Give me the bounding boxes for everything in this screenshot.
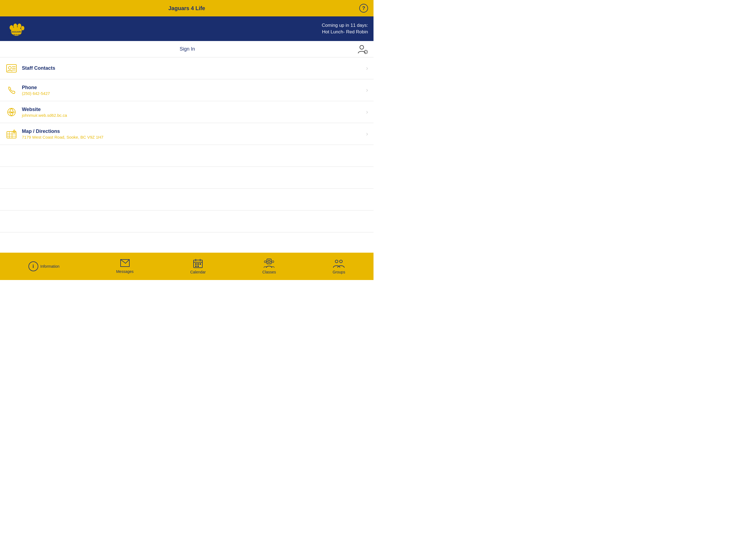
signin-bar[interactable]: Sign In [0, 41, 374, 57]
nav-information[interactable]: i Information [28, 261, 60, 271]
svg-point-45 [340, 260, 342, 263]
chevron-icon: › [366, 130, 368, 137]
svg-rect-35 [195, 263, 197, 265]
user-settings-icon [357, 44, 368, 55]
phone-icon [5, 84, 18, 96]
website-icon [5, 106, 18, 118]
svg-rect-37 [200, 263, 201, 265]
nav-calendar-label: Calendar [190, 270, 206, 274]
empty-row-1 [0, 145, 374, 167]
classes-icon [264, 258, 275, 268]
website-subtitle: johnmuir.web.sd62.bc.ca [22, 113, 368, 118]
svg-rect-38 [195, 265, 197, 267]
nav-classes[interactable]: Classes [262, 258, 276, 274]
nav-messages[interactable]: Messages [116, 259, 134, 274]
map-directions-item[interactable]: Map / Directions 7179 West Coast Road, S… [0, 123, 374, 145]
staff-contacts-item[interactable]: Staff Contacts › [0, 57, 374, 79]
logo-area: JAGUARS JOHN MUIR ELEMENTARY [5, 20, 27, 38]
top-bar: Jaguars 4 Life ? [0, 0, 374, 17]
chevron-icon: › [366, 108, 368, 116]
messages-icon [120, 259, 130, 268]
website-item[interactable]: Website johnmuir.web.sd62.bc.ca › [0, 101, 374, 123]
empty-row-3 [0, 189, 374, 210]
info-icon: i [28, 261, 38, 271]
groups-icon [333, 258, 345, 268]
nav-classes-label: Classes [262, 270, 276, 274]
svg-point-29 [14, 131, 15, 132]
help-button[interactable]: ? [359, 4, 368, 12]
svg-point-41 [268, 260, 270, 262]
upcoming-event: Coming up in 11 days: Hot Lunch- Red Rob… [322, 22, 368, 35]
svg-point-7 [360, 45, 364, 49]
chevron-icon: › [366, 87, 368, 94]
bottom-nav: i Information Messages Calendar [0, 253, 374, 280]
chevron-icon: › [366, 65, 368, 72]
svg-point-1 [9, 25, 14, 30]
svg-point-43 [272, 261, 274, 263]
svg-rect-36 [198, 263, 199, 265]
empty-row-2 [0, 167, 374, 189]
svg-point-42 [264, 261, 266, 263]
signin-label[interactable]: Sign In [18, 46, 357, 52]
empty-row-5 [0, 232, 374, 254]
nav-messages-label: Messages [116, 269, 134, 274]
map-content: Map / Directions 7179 West Coast Road, S… [22, 128, 368, 139]
nav-groups-label: Groups [333, 270, 345, 274]
svg-point-4 [21, 26, 24, 30]
staff-contacts-icon [5, 62, 18, 74]
user-settings-button[interactable] [357, 44, 368, 55]
nav-groups[interactable]: Groups [333, 258, 345, 274]
map-title: Map / Directions [22, 128, 368, 134]
website-content: Website johnmuir.web.sd62.bc.ca [22, 107, 368, 118]
svg-rect-40 [267, 259, 271, 264]
nav-calendar[interactable]: Calendar [190, 258, 206, 274]
website-title: Website [22, 107, 368, 112]
phone-item[interactable]: Phone (250) 642-5427 › [0, 79, 374, 101]
map-directions-icon [5, 128, 18, 140]
svg-point-3 [18, 24, 21, 28]
svg-line-16 [364, 53, 364, 53]
empty-row-4 [0, 210, 374, 232]
svg-text:JOHN MUIR ELEMENTARY: JOHN MUIR ELEMENTARY [8, 34, 25, 35]
svg-rect-39 [198, 265, 199, 267]
calendar-icon [193, 258, 203, 268]
svg-line-13 [364, 50, 364, 51]
phone-content: Phone (250) 642-5427 [22, 85, 368, 96]
school-logo: JAGUARS JOHN MUIR ELEMENTARY [5, 20, 27, 38]
svg-point-18 [8, 67, 11, 69]
map-subtitle: 7179 West Coast Road, Sooke, BC V9Z 1H7 [22, 135, 368, 139]
staff-contacts-content: Staff Contacts [22, 65, 368, 71]
main-list: Staff Contacts › Phone (250) 642-5427 › [0, 57, 374, 280]
svg-text:JAGUARS: JAGUARS [11, 31, 22, 33]
svg-point-2 [14, 24, 17, 28]
sub-header: JAGUARS JOHN MUIR ELEMENTARY Coming up i… [0, 17, 374, 41]
phone-subtitle: (250) 642-5427 [22, 91, 368, 96]
staff-contacts-title: Staff Contacts [22, 65, 368, 71]
svg-point-44 [335, 260, 338, 263]
app-title: Jaguars 4 Life [169, 5, 205, 11]
nav-information-label: Information [41, 264, 60, 269]
phone-title: Phone [22, 85, 368, 91]
